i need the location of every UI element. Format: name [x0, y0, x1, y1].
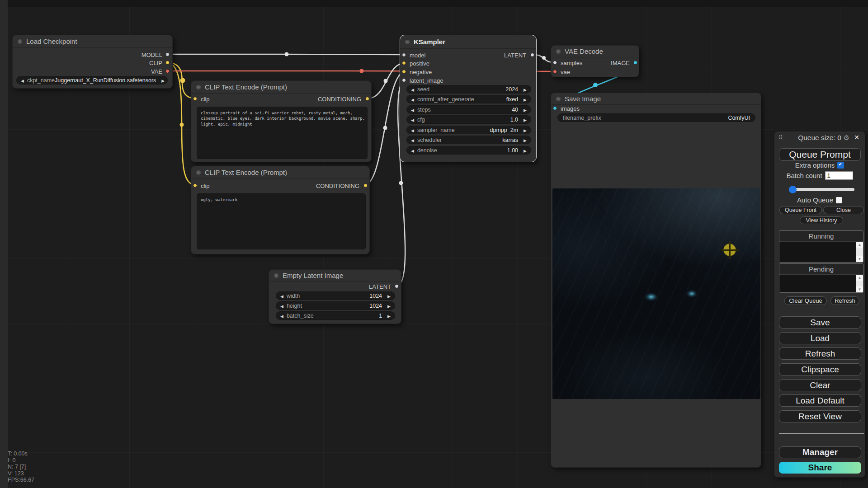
auto-queue-checkbox[interactable] [836, 197, 842, 203]
prev-value-icon[interactable] [411, 107, 414, 113]
scheduler-widget[interactable]: scheduler karras [406, 136, 531, 144]
ckpt-name-widget[interactable]: ckpt_name Juggernaut_X_RunDiffusion.safe… [16, 76, 168, 84]
clipspace-button[interactable]: Clipspace [779, 363, 861, 375]
latent-image-input-port[interactable] [402, 78, 406, 82]
queue-prompt-button[interactable]: Queue Prompt [779, 148, 861, 161]
scroll-down-icon[interactable]: ▼ [856, 256, 863, 262]
samples-input-port[interactable] [553, 61, 557, 65]
prev-value-icon[interactable] [280, 293, 283, 299]
width-widget[interactable]: width 1024 [276, 291, 395, 300]
latent-output-port[interactable] [530, 53, 534, 57]
next-value-icon[interactable] [524, 127, 527, 133]
steps-widget[interactable]: steps 40 [406, 105, 531, 114]
image-output-port[interactable] [633, 61, 637, 65]
sampler-name-widget[interactable]: sampler_name dpmpp_2m [406, 126, 531, 134]
node-title-bar[interactable]: VAE Decode [551, 46, 639, 57]
control-after-generate-widget[interactable]: control_after_generate fixed [406, 95, 531, 103]
scroll-up-icon[interactable]: ▲ [856, 275, 863, 281]
prev-value-icon[interactable] [411, 127, 414, 133]
share-button[interactable]: Share [779, 462, 861, 474]
next-value-icon[interactable] [161, 77, 165, 84]
refresh-queue-button[interactable]: Refresh [830, 296, 859, 305]
positive-input-port[interactable] [402, 61, 406, 65]
prev-value-icon[interactable] [411, 86, 414, 93]
next-value-icon[interactable] [524, 96, 527, 103]
denoise-widget[interactable]: denoise 1.00 [406, 146, 531, 155]
scroll-up-icon[interactable]: ▲ [856, 242, 863, 248]
scroll-down-icon[interactable]: ▼ [856, 286, 863, 292]
node-title-bar[interactable]: Save Image [551, 93, 761, 105]
pending-list[interactable]: ▲▼ [779, 274, 863, 292]
prev-value-icon[interactable] [411, 117, 414, 123]
prompt-text-area[interactable]: closeup portrait of a sci-fi warrior rob… [197, 107, 368, 159]
running-scrollbar[interactable]: ▲▼ [856, 242, 863, 262]
vae-input-port[interactable] [553, 70, 557, 74]
height-widget[interactable]: height 1024 [276, 301, 395, 310]
vae-output-port[interactable] [165, 69, 170, 73]
next-value-icon[interactable] [524, 86, 527, 93]
next-value-icon[interactable] [524, 117, 527, 123]
negative-input-port[interactable] [402, 70, 406, 74]
prev-value-icon[interactable] [280, 303, 283, 309]
filename-prefix-widget[interactable]: filename_prefix ComfyUI [557, 113, 755, 122]
reset-view-button[interactable]: Reset View [779, 410, 861, 422]
extra-options-checkbox[interactable] [837, 162, 844, 169]
node-vae-decode[interactable]: VAE Decode samples vae IMAGE [551, 45, 639, 77]
node-clip-text-encode-positive[interactable]: CLIP Text Encode (Prompt) clip CONDITION… [191, 80, 372, 162]
node-ksampler[interactable]: KSampler model positive negative latent_… [400, 35, 537, 162]
node-title-bar[interactable]: Empty Latent Image [269, 270, 401, 282]
prev-value-icon[interactable] [411, 96, 414, 103]
manager-button[interactable]: Manager [779, 446, 861, 458]
node-title-bar[interactable]: CLIP Text Encode (Prompt) [191, 81, 371, 94]
node-load-checkpoint[interactable]: Load Checkpoint MODEL CLIP VAE ckpt_name… [12, 35, 173, 89]
collapse-dot-icon[interactable] [18, 39, 22, 44]
load-default-button[interactable]: Load Default [779, 394, 861, 407]
running-list[interactable]: ▲▼ [779, 241, 863, 262]
collapse-dot-icon[interactable] [274, 273, 278, 278]
next-value-icon[interactable] [387, 313, 391, 319]
pending-scrollbar[interactable]: ▲▼ [856, 275, 863, 292]
prev-value-icon[interactable] [411, 147, 414, 154]
prev-value-icon[interactable] [280, 313, 283, 319]
collapse-dot-icon[interactable] [556, 49, 561, 54]
collapse-dot-icon[interactable] [405, 40, 410, 44]
generated-image-preview[interactable] [552, 188, 760, 399]
next-value-icon[interactable] [387, 293, 391, 299]
close-panel-icon[interactable]: ✕ [854, 134, 859, 141]
clear-button[interactable]: Clear [779, 379, 861, 391]
clip-input-port[interactable] [193, 97, 197, 101]
view-history-button[interactable]: View History [800, 216, 843, 224]
clear-queue-button[interactable]: Clear Queue [784, 296, 827, 305]
collapse-dot-icon[interactable] [196, 85, 201, 89]
node-clip-text-encode-negative[interactable]: CLIP Text Encode (Prompt) clip CONDITION… [191, 166, 370, 254]
next-value-icon[interactable] [387, 303, 391, 309]
collapse-dot-icon[interactable] [196, 170, 201, 175]
refresh-button[interactable]: Refresh [779, 347, 861, 360]
prev-value-icon[interactable] [411, 137, 414, 143]
prompt-text-area[interactable]: ugly, watermark [197, 193, 366, 249]
conditioning-output-port[interactable] [363, 183, 368, 188]
model-input-port[interactable] [402, 53, 406, 57]
node-title-bar[interactable]: Load Checkpoint [13, 35, 172, 48]
queue-front-button[interactable]: Queue Front [779, 206, 822, 214]
cfg-widget[interactable]: cfg 1.0 [406, 115, 531, 124]
batch-count-slider[interactable] [789, 188, 854, 191]
prev-value-icon[interactable] [21, 77, 24, 84]
node-empty-latent-image[interactable]: Empty Latent Image LATENT width 1024 hei… [269, 269, 401, 324]
images-input-port[interactable] [553, 106, 557, 110]
next-value-icon[interactable] [524, 147, 527, 154]
clip-input-port[interactable] [193, 183, 197, 188]
node-title-bar[interactable]: CLIP Text Encode (Prompt) [191, 166, 369, 179]
batch-count-input[interactable] [825, 171, 853, 180]
batch-size-widget[interactable]: batch_size 1 [276, 311, 395, 320]
seed-widget[interactable]: seed 2024 [406, 85, 531, 94]
next-value-icon[interactable] [524, 137, 527, 143]
save-button[interactable]: Save [779, 316, 861, 328]
close-button[interactable]: Close [823, 206, 864, 214]
model-output-port[interactable] [165, 52, 170, 56]
collapse-dot-icon[interactable] [556, 97, 561, 101]
next-value-icon[interactable] [524, 107, 527, 113]
clip-output-port[interactable] [165, 61, 170, 65]
gear-icon[interactable]: ⚙ [844, 134, 849, 141]
latent-output-port[interactable] [395, 284, 399, 288]
